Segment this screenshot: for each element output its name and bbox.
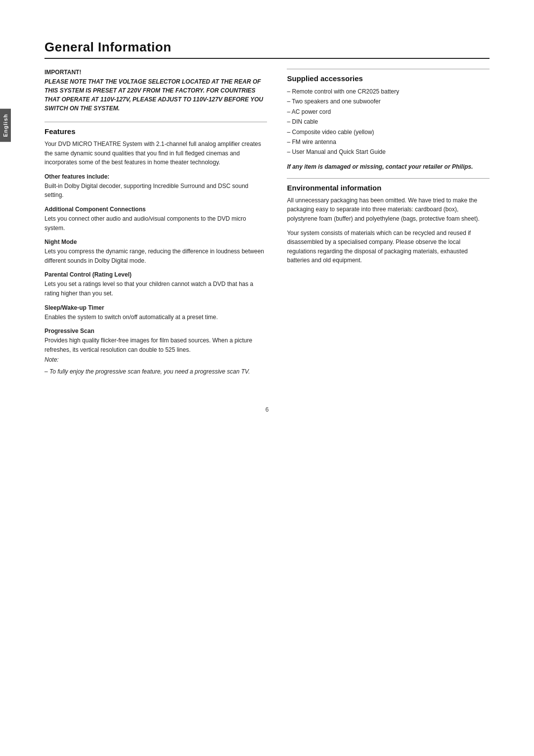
environmental-para1: All unnecessary packaging has been omitt… xyxy=(287,196,490,224)
sub-body-4: Enables the system to switch on/off auto… xyxy=(44,313,267,322)
list-item: Two speakers and one subwoofer xyxy=(287,96,490,106)
page-title: General Information xyxy=(44,40,490,55)
sub-heading-0: Other features include: xyxy=(44,173,267,180)
list-item: Composite video cable (yellow) xyxy=(287,127,490,137)
sub-body-1: Lets you connect other audio and audio/v… xyxy=(44,214,267,233)
features-sub-section-5: Progressive Scan Provides high quality f… xyxy=(44,328,267,354)
environmental-heading: Environmental information xyxy=(287,184,490,192)
sub-body-0: Built-in Dolby Digital decoder, supporti… xyxy=(44,182,267,200)
features-sub-section-1: Additional Component Connections Lets yo… xyxy=(44,206,267,233)
environmental-para2: Your system consists of materials which … xyxy=(287,229,490,265)
sub-heading-5: Progressive Scan xyxy=(44,328,267,334)
features-heading: Features xyxy=(44,127,267,136)
features-sub-section-0: Other features include: Built-in Dolby D… xyxy=(44,173,267,200)
important-text: PLEASE NOTE THAT THE VOLTAGE SELECTOR LO… xyxy=(44,77,267,113)
list-item: AC power cord xyxy=(287,107,490,117)
important-label: IMPORTANT! xyxy=(44,69,267,76)
important-block: IMPORTANT! PLEASE NOTE THAT THE VOLTAGE … xyxy=(44,69,267,113)
note-text: – To fully enjoy the progressive scan fe… xyxy=(44,367,267,377)
sub-heading-4: Sleep/Wake-up Timer xyxy=(44,304,267,311)
list-item: FM wire antenna xyxy=(287,137,490,147)
sub-heading-1: Additional Component Connections xyxy=(44,206,267,213)
sub-heading-3: Parental Control (Rating Level) xyxy=(44,271,267,278)
sub-body-3: Lets you set a ratings level so that you… xyxy=(44,280,267,298)
features-sub-section-3: Parental Control (Rating Level) Lets you… xyxy=(44,271,267,298)
language-tab: English xyxy=(0,109,11,142)
sub-heading-2: Night Mode xyxy=(44,238,267,245)
right-column: Supplied accessories Remote control with… xyxy=(287,69,490,377)
page-container: English General Information IMPORTANT! P… xyxy=(0,0,534,756)
note-block: Note: – To fully enjoy the progressive s… xyxy=(44,356,267,377)
damaged-text: If any item is damaged or missing, conta… xyxy=(287,162,490,171)
list-item: Remote control with one CR2025 battery xyxy=(287,87,490,96)
left-column: IMPORTANT! PLEASE NOTE THAT THE VOLTAGE … xyxy=(44,69,267,377)
accessories-list: Remote control with one CR2025 battery T… xyxy=(287,87,490,157)
sub-body-5: Provides high quality flicker-free image… xyxy=(44,336,267,354)
sub-body-2: Lets you compress the dynamic range, red… xyxy=(44,247,267,265)
title-rule xyxy=(44,58,490,59)
environmental-rule xyxy=(287,178,490,179)
features-intro: Your DVD MICRO THEATRE System with 2.1-c… xyxy=(44,140,267,167)
note-label: Note: xyxy=(44,356,267,363)
accessories-rule xyxy=(287,69,490,69)
features-sub-section-2: Night Mode Lets you compress the dynamic… xyxy=(44,238,267,265)
supplied-accessories-heading: Supplied accessories xyxy=(287,74,490,83)
two-column-layout: IMPORTANT! PLEASE NOTE THAT THE VOLTAGE … xyxy=(44,69,490,377)
list-item: User Manual and Quick Start Guide xyxy=(287,147,490,157)
page-number: 6 xyxy=(44,406,490,413)
list-item: DIN cable xyxy=(287,117,490,127)
features-sub-section-4: Sleep/Wake-up Timer Enables the system t… xyxy=(44,304,267,322)
features-rule xyxy=(44,122,267,122)
